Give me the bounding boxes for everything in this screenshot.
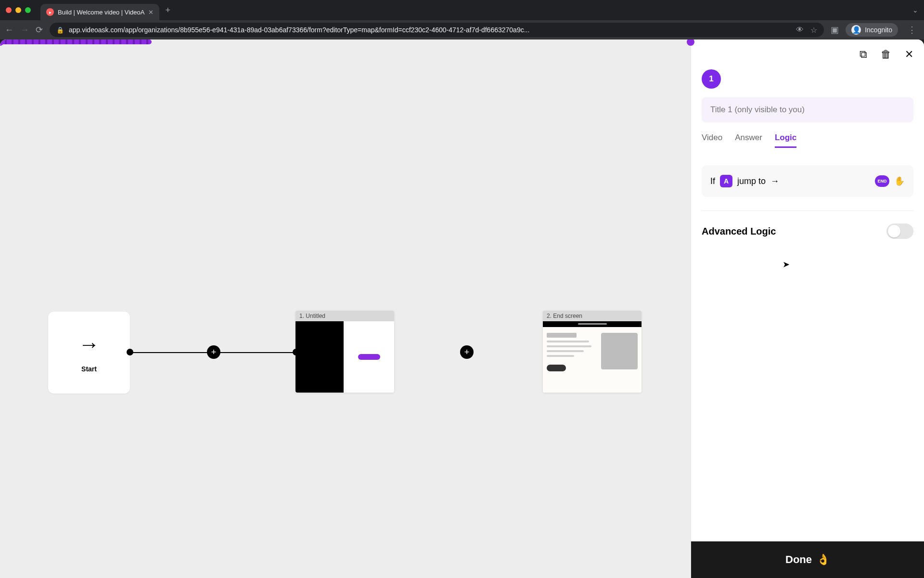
- preview-topbar: [543, 321, 642, 327]
- answer-chip: A: [720, 175, 732, 187]
- step-node-1[interactable]: 1. Untitled: [295, 311, 394, 393]
- tab-close-icon[interactable]: ✕: [148, 9, 154, 16]
- extensions-icon[interactable]: ▣: [831, 25, 839, 35]
- duplicate-icon[interactable]: ⧉: [860, 48, 867, 61]
- edge-1-to-end: [0, 39, 152, 44]
- video-thumbnail: [295, 321, 344, 393]
- edit-target-icon[interactable]: ✋: [894, 176, 905, 186]
- app-viewport: → Start + 1. Untitled + 2. End screen: [0, 39, 924, 578]
- add-step-button[interactable]: +: [460, 345, 474, 359]
- arrow-right-icon: →: [78, 332, 100, 356]
- step-title-input[interactable]: [702, 97, 913, 122]
- done-button[interactable]: Done 👌: [691, 541, 924, 578]
- preview-button: [547, 365, 566, 371]
- add-step-button[interactable]: +: [207, 345, 220, 359]
- tab-answer[interactable]: Answer: [735, 133, 762, 148]
- properties-panel: ⧉ 🗑 ✕ 1 Video Answer Logic If A jump to …: [691, 39, 924, 578]
- tabs-dropdown-icon[interactable]: ⌄: [912, 6, 918, 14]
- incognito-icon: 👤: [851, 25, 861, 35]
- ok-hand-icon: 👌: [817, 553, 830, 566]
- window-close[interactable]: [6, 7, 12, 13]
- bookmark-icon[interactable]: ☆: [810, 26, 817, 35]
- window-zoom[interactable]: [25, 7, 31, 13]
- url-text: app.videoask.com/app/organizations/8b955…: [69, 26, 529, 34]
- start-node[interactable]: → Start: [48, 312, 130, 394]
- forward-button[interactable]: →: [20, 25, 29, 35]
- browser-menu-icon[interactable]: ⋮: [905, 25, 919, 35]
- start-label: Start: [81, 365, 97, 373]
- arrow-right-icon: →: [770, 176, 779, 186]
- delete-icon[interactable]: 🗑: [881, 48, 891, 61]
- tab-logic[interactable]: Logic: [775, 133, 796, 148]
- tab-video[interactable]: Video: [702, 133, 722, 148]
- browser-toolbar: ← → ⟳ 🔒 app.videoask.com/app/organizatio…: [0, 20, 924, 39]
- reload-button[interactable]: ⟳: [36, 25, 43, 35]
- titlebar: ▸ Build | Welcome video | VideoA ✕ + ⌄: [0, 0, 924, 20]
- done-label: Done: [785, 553, 812, 566]
- connector-dot[interactable]: [127, 349, 133, 355]
- if-label: If: [710, 176, 715, 186]
- step-1-title: 1. Untitled: [295, 311, 394, 321]
- advanced-logic-toggle[interactable]: [886, 223, 913, 239]
- end-target-chip[interactable]: END: [875, 175, 889, 187]
- back-button[interactable]: ←: [5, 25, 13, 35]
- browser-tab[interactable]: ▸ Build | Welcome video | VideoA ✕: [40, 4, 159, 20]
- preview-line: [547, 333, 577, 338]
- close-icon[interactable]: ✕: [905, 48, 913, 61]
- incognito-chip[interactable]: 👤 Incognito: [846, 23, 898, 37]
- preview-line: [547, 341, 589, 342]
- jump-to-label: jump to: [737, 176, 766, 186]
- step-2-title: 2. End screen: [543, 311, 642, 321]
- logic-rule-row[interactable]: If A jump to → END ✋: [702, 165, 913, 197]
- step-number-badge: 1: [702, 69, 721, 89]
- new-tab-button[interactable]: +: [165, 5, 170, 15]
- window-minimize[interactable]: [15, 7, 21, 13]
- incognito-label: Incognito: [865, 26, 892, 34]
- end-screen-node[interactable]: 2. End screen: [543, 311, 642, 393]
- preview-line: [547, 350, 584, 352]
- preview-line: [547, 355, 574, 357]
- answer-pill-icon: [358, 354, 380, 360]
- address-bar[interactable]: 🔒 app.videoask.com/app/organizations/8b9…: [50, 23, 824, 37]
- preview-line: [547, 345, 591, 347]
- tab-favicon-icon: ▸: [46, 8, 54, 16]
- secure-icon: 🔒: [56, 26, 64, 34]
- advanced-logic-label: Advanced Logic: [702, 226, 776, 237]
- flow-canvas[interactable]: → Start + 1. Untitled + 2. End screen: [0, 39, 691, 578]
- preview-thumb: [601, 333, 638, 369]
- tab-title: Build | Welcome video | VideoA: [58, 9, 144, 16]
- eye-off-icon[interactable]: 👁: [796, 26, 804, 35]
- panel-tabs: Video Answer Logic: [691, 133, 924, 155]
